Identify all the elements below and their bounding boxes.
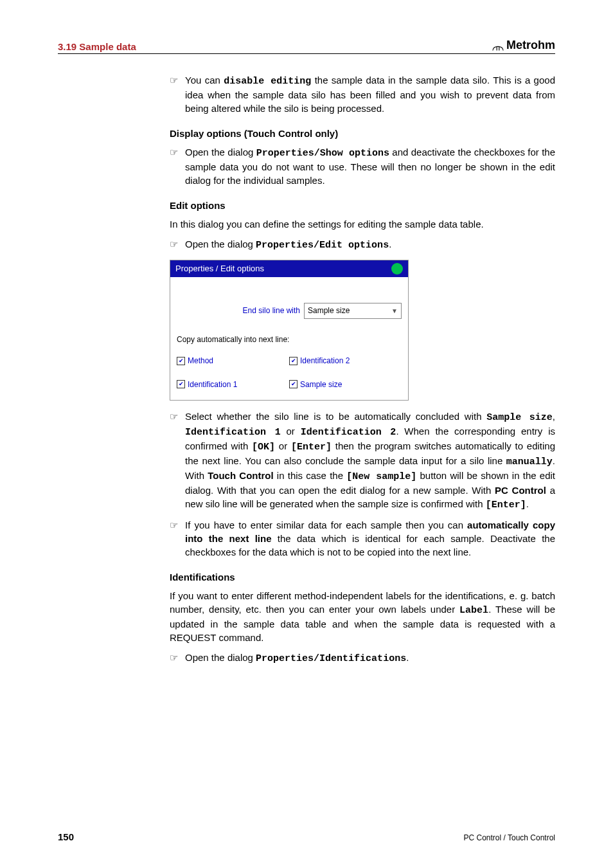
page-number: 150 (58, 831, 74, 842)
heading-identifications: Identifications (170, 570, 555, 584)
checkbox-icon: ✔ (289, 357, 298, 365)
brand-logo-icon (492, 41, 504, 50)
checkbox-sample-size[interactable]: ✔ Sample size (289, 379, 402, 390)
chevron-down-icon: ▼ (391, 307, 398, 316)
brand-text: Metrohm (506, 39, 555, 52)
para-disable-editing: ☞ You can disable editing the sample dat… (170, 73, 555, 115)
para-edit-intro: In this dialog you can define the settin… (170, 217, 555, 231)
section-title: 3.19 Sample data (58, 41, 136, 52)
checkbox-identification-1[interactable]: ✔ Identification 1 (177, 379, 289, 390)
copy-auto-label: Copy automatically into next line: (177, 334, 402, 345)
checkbox-icon: ✔ (177, 357, 185, 365)
hand-icon: ☞ (170, 518, 181, 559)
page-header: 3.19 Sample data Metrohm (58, 39, 555, 54)
heading-edit-options: Edit options (170, 199, 555, 212)
dialog-titlebar: Properties / Edit options (170, 260, 408, 277)
hand-icon: ☞ (170, 651, 181, 665)
status-dot-icon (391, 263, 403, 275)
hand-icon: ☞ (170, 73, 181, 115)
end-silo-select[interactable]: Sample size ▼ (304, 303, 402, 319)
para-identifications: If you want to enter different method-in… (170, 589, 555, 644)
content-area: ☞ You can disable editing the sample dat… (170, 73, 555, 665)
brand: Metrohm (492, 39, 555, 52)
para-open-identifications: ☞ Open the dialog Properties/Identificat… (170, 651, 555, 665)
page-footer: 150 PC Control / Touch Control (58, 831, 555, 842)
hand-icon: ☞ (170, 145, 181, 187)
checkbox-identification-2[interactable]: ✔ Identification 2 (289, 356, 402, 366)
hand-icon: ☞ (170, 410, 181, 512)
heading-display-options: Display options (Touch Control only) (170, 127, 555, 140)
footer-right: PC Control / Touch Control (463, 833, 555, 842)
checkbox-method[interactable]: ✔ Method (177, 356, 289, 366)
checkbox-icon: ✔ (177, 380, 185, 388)
checkbox-icon: ✔ (289, 380, 298, 388)
dialog-title: Properties / Edit options (175, 263, 264, 275)
hand-icon: ☞ (170, 237, 181, 252)
end-silo-value: Sample size (308, 305, 350, 316)
end-silo-label: End silo line with (243, 305, 300, 316)
para-open-edit-options: ☞ Open the dialog Properties/Edit option… (170, 237, 555, 252)
para-show-options: ☞ Open the dialog Properties/Show option… (170, 145, 555, 187)
para-auto-copy: ☞ If you have to enter similar data for … (170, 518, 555, 559)
para-end-silo-explain: ☞ Select whether the silo line is to be … (170, 410, 555, 512)
dialog-edit-options: Properties / Edit options End silo line … (170, 260, 409, 401)
